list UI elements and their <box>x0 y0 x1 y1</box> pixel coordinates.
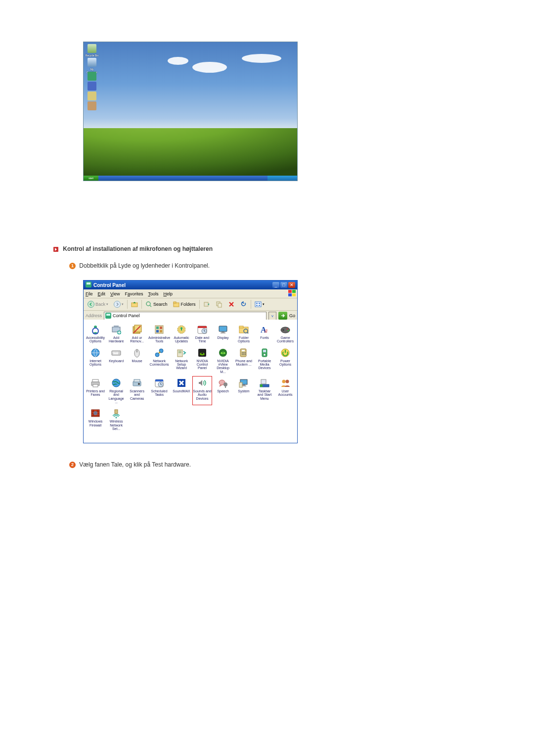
control-panel-item-game[interactable]: Game Controllers <box>275 323 295 345</box>
control-panel-item-disp[interactable]: Display <box>213 323 233 345</box>
minimize-button[interactable]: _ <box>272 282 279 288</box>
mouse-icon <box>132 347 142 358</box>
access-icon <box>90 324 101 335</box>
svg-point-75 <box>243 352 244 353</box>
step-number-2: 2 <box>69 462 76 468</box>
desktop-icon-label: Recycle Bin <box>85 54 99 57</box>
control-panel-item-date[interactable]: Date and Time <box>192 323 212 345</box>
control-panel-item-label: Phone and Modem ... <box>234 359 253 367</box>
control-panel-item-region[interactable]: Regional and Language ... <box>106 376 126 405</box>
desktop-icon-recycle-bin: Recycle Bin <box>85 44 99 57</box>
address-input[interactable]: Control Panel <box>104 312 267 320</box>
nvcp-icon <box>197 347 208 358</box>
control-panel-item-system[interactable]: System <box>234 376 254 405</box>
control-panel-item-label: Accessibility Options <box>86 336 105 343</box>
control-panel-item-fonts[interactable]: AaFonts <box>255 323 274 345</box>
control-panel-item-label: Printers and Faxes <box>86 389 105 397</box>
auto-icon <box>176 324 187 335</box>
control-panel-item-label: Wireless Network Set... <box>107 420 126 430</box>
taskbar-icon <box>259 378 270 388</box>
control-panel-item-label: Folder Options <box>234 336 253 343</box>
control-panel-item-label: NVIDIA Control Panel <box>193 359 212 370</box>
smax-icon <box>176 378 187 388</box>
control-panel-item-pmd[interactable]: Portable Media Devices <box>255 346 274 375</box>
views-button[interactable]: ▾ <box>253 300 267 309</box>
control-panel-item-access[interactable]: Accessibility Options <box>86 323 105 345</box>
back-button[interactable]: Back ▾ <box>86 300 110 309</box>
control-panel-item-label: Windows Firewall <box>86 420 105 427</box>
delete-button[interactable] <box>226 300 237 309</box>
svg-rect-42 <box>221 332 225 333</box>
folders-label: Folders <box>181 302 196 307</box>
menu-file[interactable]: File <box>86 291 93 296</box>
svg-rect-1 <box>87 283 90 284</box>
control-panel-item-power[interactable]: Power Options <box>275 346 295 375</box>
netsw-icon <box>176 347 187 358</box>
control-panel-item-netsw[interactable]: Network Setup Wizard <box>172 346 191 375</box>
folder-up-icon <box>131 301 138 308</box>
control-panel-item-wfw[interactable]: Windows Firewall <box>86 406 105 432</box>
folders-button[interactable]: Folders <box>171 300 198 309</box>
control-panel-item-smax[interactable]: SoundMAX <box>172 376 191 405</box>
control-panel-item-addhw[interactable]: Add Hardware <box>106 323 126 345</box>
svg-rect-57 <box>116 352 117 353</box>
undo-button[interactable] <box>238 300 249 309</box>
power-icon <box>280 347 291 358</box>
menu-tools[interactable]: Tools <box>148 291 158 296</box>
svg-rect-19 <box>256 305 258 306</box>
control-panel-item-scan[interactable]: Scanners and Cameras <box>127 376 147 405</box>
menu-help[interactable]: Help <box>163 291 173 296</box>
control-panel-item-nvd[interactable]: NVIDIA nView Desktop M... <box>213 346 233 375</box>
control-panel-item-users[interactable]: User Accounts <box>275 376 295 405</box>
control-panel-item-keyb[interactable]: Keyboard <box>106 346 126 375</box>
move-button[interactable] <box>201 300 212 309</box>
forward-button[interactable]: ▾ <box>112 300 126 309</box>
control-panel-item-netc[interactable]: Network Connections <box>148 346 171 375</box>
control-panel-item-sched[interactable]: Scheduled Tasks <box>148 376 171 405</box>
control-panel-item-folder[interactable]: Folder Options <box>234 323 254 345</box>
menu-favorites[interactable]: Favorites <box>125 291 143 296</box>
copy-button[interactable] <box>214 300 224 309</box>
go-button[interactable] <box>278 312 287 320</box>
desktop-icon <box>85 72 99 82</box>
control-panel-item-label: System <box>238 389 249 393</box>
start-button: start <box>84 176 98 181</box>
control-panel-item-wnet[interactable]: Wireless Network Set... <box>106 406 126 432</box>
address-dropdown-button[interactable]: v <box>268 312 276 320</box>
bliss-hill <box>84 128 297 176</box>
control-panel-item-label: Power Options <box>276 359 295 367</box>
menu-view[interactable]: View <box>110 291 120 296</box>
control-panel-item-nvcp[interactable]: NVIDIA Control Panel <box>192 346 212 375</box>
recycle-bin-icon <box>88 44 96 53</box>
control-panel-item-speech[interactable]: Speech <box>213 376 233 405</box>
svg-rect-3 <box>292 290 296 293</box>
control-panel-item-print[interactable]: Printers and Faxes <box>86 376 105 405</box>
game-icon <box>280 324 291 335</box>
titlebar: Control Panel _ □ ✕ <box>84 281 297 289</box>
control-panel-item-admin[interactable]: Administrative Tools <box>148 323 171 345</box>
control-panel-item-mouse[interactable]: Mouse <box>127 346 147 375</box>
control-panel-item-addrem[interactable]: Add or Remov... <box>127 323 147 345</box>
control-panel-item-inet[interactable]: Internet Options <box>86 346 105 375</box>
maximize-button[interactable]: □ <box>280 282 287 288</box>
close-button[interactable]: ✕ <box>288 282 295 288</box>
menu-edit[interactable]: Edit <box>98 291 106 296</box>
windows-flag-icon <box>288 290 296 297</box>
move-icon <box>203 301 210 308</box>
control-panel-item-auto[interactable]: Automatic Updates <box>172 323 191 345</box>
svg-rect-73 <box>242 350 245 351</box>
svg-rect-102 <box>239 382 242 387</box>
svg-rect-55 <box>113 352 114 353</box>
desktop-icon <box>85 82 99 92</box>
svg-point-97 <box>223 382 227 386</box>
wfw-icon <box>90 408 101 419</box>
wnet-icon <box>111 408 122 419</box>
up-button[interactable] <box>129 300 140 309</box>
control-panel-item-taskbar[interactable]: Taskbar and Start Menu <box>255 376 274 405</box>
control-panel-item-sounds[interactable]: Sounds and Audio Devices <box>192 376 212 405</box>
control-panel-item-phone[interactable]: Phone and Modem ... <box>234 346 254 375</box>
users-icon <box>280 378 291 388</box>
taskbar <box>84 176 297 181</box>
search-button[interactable]: Search <box>143 300 170 309</box>
svg-rect-100 <box>242 384 245 385</box>
